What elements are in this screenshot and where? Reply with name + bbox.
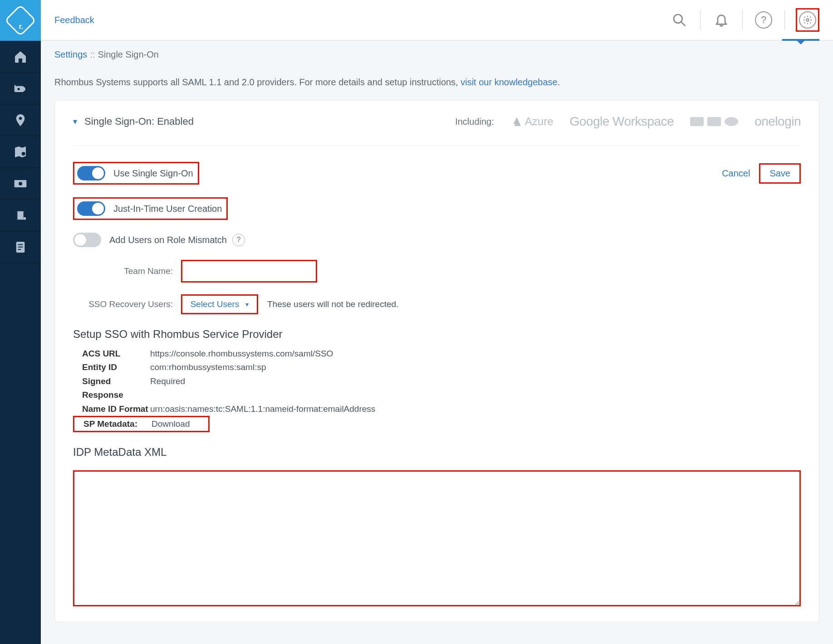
panel-title: Single Sign-On: Enabled	[84, 116, 194, 127]
svg-point-13	[674, 15, 682, 23]
divider	[742, 10, 743, 30]
breadcrumb: Settings :: Single Sign-On	[41, 41, 833, 68]
settings-button-highlighted[interactable]	[796, 8, 819, 32]
sp-metadata-download-link[interactable]: Download	[152, 417, 190, 431]
idp-metadata-xml-input[interactable]	[73, 470, 801, 606]
role-mismatch-help[interactable]: ?	[232, 234, 245, 246]
help-button[interactable]: ?	[754, 10, 774, 30]
select-users-dropdown[interactable]: Select Users ▾	[181, 294, 258, 314]
nameid-format-val: urn:oasis:names:tc:SAML:1.1:nameid-forma…	[150, 402, 375, 416]
content-area: Rhombus Systems supports all SAML 1.1 an…	[41, 68, 833, 644]
search-icon	[672, 13, 686, 27]
including-label: Including:	[455, 117, 494, 127]
role-mismatch-toggle[interactable]	[73, 233, 101, 247]
nav-home[interactable]	[0, 41, 41, 73]
home-icon	[13, 49, 28, 64]
map-icon	[13, 145, 28, 159]
recovery-users-label: SSO Recovery Users:	[73, 299, 173, 309]
svg-rect-6	[15, 211, 17, 220]
divider	[700, 10, 701, 30]
svg-rect-10	[18, 244, 23, 245]
recovery-users-hint: These users will not be redirected.	[267, 299, 398, 309]
svg-point-0	[17, 88, 20, 90]
nav-locations[interactable]	[0, 104, 41, 136]
collapse-caret[interactable]: ▾	[73, 117, 77, 127]
breadcrumb-sep: ::	[90, 49, 95, 60]
jit-label: Just-In-Time User Creation	[113, 204, 222, 214]
entity-id-key: Entity ID	[73, 361, 150, 374]
use-sso-label: Use Single Sign-On	[113, 168, 193, 179]
money-icon	[13, 176, 28, 191]
jit-toggle[interactable]	[77, 201, 105, 216]
panel-header: ▾ Single Sign-On: Enabled Including: Azu…	[73, 114, 801, 146]
divider	[784, 10, 785, 30]
svg-line-14	[681, 22, 685, 26]
save-button[interactable]: Save	[759, 163, 801, 184]
nav-currency[interactable]	[0, 168, 41, 200]
topbar: Feedback ?	[41, 0, 833, 41]
idp-section-title: IDP MetaData XML	[73, 446, 801, 459]
svg-point-15	[806, 19, 809, 21]
svg-rect-12	[18, 249, 21, 250]
breadcrumb-current: Single Sign-On	[98, 49, 159, 60]
provider-duo	[690, 117, 738, 126]
entity-id-val: com:rhombussystems:saml:sp	[150, 361, 266, 374]
document-icon	[13, 240, 28, 254]
brand-logo[interactable]	[0, 0, 41, 41]
nav-maps[interactable]	[0, 136, 41, 168]
sp-section-title: Setup SSO with Rhombus Service Provider	[73, 328, 801, 341]
feedback-link[interactable]: Feedback	[54, 15, 94, 25]
use-sso-toggle[interactable]	[77, 166, 105, 181]
breadcrumb-settings[interactable]: Settings	[54, 49, 87, 60]
provider-azure: Azure	[510, 115, 554, 128]
svg-point-4	[19, 182, 22, 185]
active-tab-indicator	[782, 39, 819, 41]
pin-icon	[13, 113, 28, 127]
provider-onelogin: onelogin	[755, 114, 801, 129]
svg-point-8	[23, 217, 26, 220]
sp-metadata-key: SP Metadata:	[74, 417, 152, 431]
signed-response-key: Signed Response	[73, 375, 150, 402]
knowledgebase-link[interactable]: visit our knowledgebase	[461, 77, 557, 87]
help-icon: ?	[755, 11, 772, 29]
gear-icon	[799, 11, 816, 29]
jit-group: Just-In-Time User Creation	[73, 197, 228, 220]
info-text: Rhombus Systems supports all SAML 1.1 an…	[54, 68, 819, 100]
notifications-button[interactable]	[711, 10, 731, 30]
chevron-down-icon: ▾	[245, 301, 249, 308]
svg-point-1	[19, 117, 22, 120]
acs-url-key: ACS URL	[73, 347, 150, 361]
svg-point-2	[22, 152, 25, 156]
nav-events[interactable]	[0, 200, 41, 231]
camera-icon	[13, 81, 28, 96]
providers-list: Including: Azure Google Workspace onelog…	[455, 114, 801, 129]
sso-panel: ▾ Single Sign-On: Enabled Including: Azu…	[54, 100, 819, 622]
search-button[interactable]	[669, 10, 689, 30]
nameid-format-key: Name ID Format	[73, 402, 150, 416]
info-pre: Rhombus Systems supports all SAML 1.1 an…	[54, 77, 461, 87]
team-name-input[interactable]	[181, 260, 317, 283]
bell-icon	[714, 13, 729, 27]
use-sso-group: Use Single Sign-On	[73, 162, 199, 185]
sp-table: ACS URL https://console.rhombussystems.c…	[73, 347, 801, 432]
info-post: .	[558, 77, 560, 87]
nav-reports[interactable]	[0, 231, 41, 263]
azure-icon	[510, 116, 522, 127]
team-name-label: Team Name:	[73, 266, 173, 276]
signed-response-val: Required	[150, 375, 185, 402]
role-mismatch-label: Add Users on Role Mismatch	[109, 235, 227, 245]
svg-rect-11	[18, 246, 23, 247]
select-users-text: Select Users	[191, 299, 240, 309]
acs-url-val: https://console.rhombussystems.com/saml/…	[150, 347, 333, 361]
nav-cameras[interactable]	[0, 73, 41, 104]
left-nav	[0, 0, 41, 644]
film-icon	[13, 208, 28, 223]
provider-google-workspace: Google Workspace	[570, 114, 674, 129]
cancel-button[interactable]: Cancel	[722, 168, 750, 179]
